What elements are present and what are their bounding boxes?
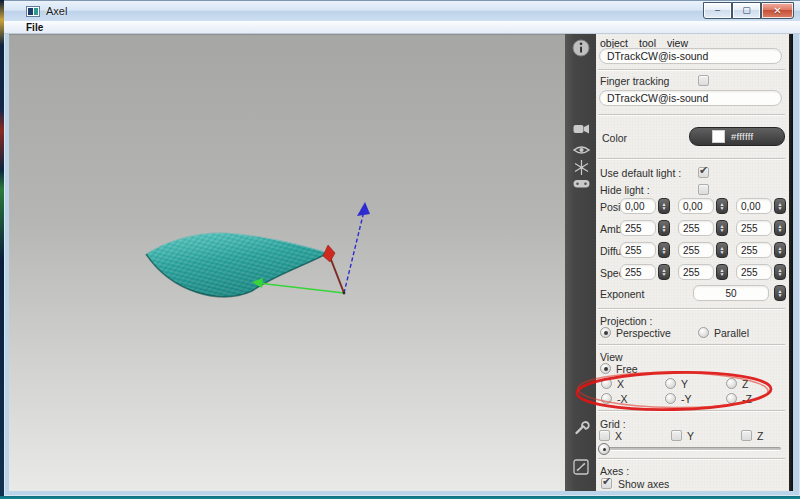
separator	[598, 114, 785, 116]
grid-size-slider-handle[interactable]	[598, 443, 610, 455]
diffuse-r-field[interactable]	[620, 242, 656, 258]
ambiant-b-spinner[interactable]: ▲▼	[774, 220, 786, 236]
projection-label: Projection :	[600, 315, 653, 327]
camera-icon[interactable]	[572, 120, 590, 138]
maximize-button[interactable]: ▢	[732, 2, 761, 19]
grid-size-slider[interactable]	[599, 447, 781, 451]
grid-y-label[interactable]: Y	[687, 430, 694, 442]
separator	[598, 158, 785, 160]
exponent-label: Exponent	[600, 288, 644, 300]
view-x-radio[interactable]	[601, 378, 612, 389]
position-z-field[interactable]	[736, 198, 772, 214]
view-neg-y-radio[interactable]	[665, 393, 676, 404]
side-toolbar	[565, 34, 596, 491]
grid-x-checkbox[interactable]	[599, 430, 610, 441]
ambiant-r-field[interactable]	[620, 220, 656, 236]
specular-b-field[interactable]	[736, 264, 772, 280]
exponent-field[interactable]	[693, 285, 769, 301]
specular-g-field[interactable]	[678, 264, 714, 280]
position-y-spinner[interactable]: ▲▼	[716, 198, 728, 214]
minimize-button[interactable]: –	[703, 2, 732, 19]
view-y-radio[interactable]	[665, 378, 676, 389]
position-z-spinner[interactable]: ▲▼	[774, 198, 786, 214]
projection-perspective-radio[interactable]	[600, 327, 611, 338]
check-icon: ✔	[699, 164, 708, 177]
grid-x-label[interactable]: X	[615, 430, 622, 442]
menu-file[interactable]: File	[26, 22, 43, 33]
separator	[598, 458, 785, 460]
gamepad-icon[interactable]	[572, 174, 590, 192]
ambiant-b-field[interactable]	[736, 220, 772, 236]
view-x-label[interactable]: X	[617, 378, 624, 390]
position-y-field[interactable]	[678, 198, 714, 214]
projection-parallel-label[interactable]: Parallel	[714, 327, 749, 339]
view-z-label[interactable]: Z	[742, 378, 748, 390]
titlebar[interactable]: Axel – ▢ ✕	[4, 1, 800, 21]
view-neg-y-label[interactable]: -Y	[681, 393, 692, 405]
color-button[interactable]: #ffffff	[689, 127, 785, 146]
grid-y-checkbox[interactable]	[671, 430, 682, 441]
diffuse-r-spinner[interactable]: ▲▼	[658, 242, 670, 258]
expand-icon[interactable]	[572, 458, 590, 476]
separator	[598, 344, 785, 346]
eye-icon[interactable]	[572, 141, 590, 159]
view-neg-z-label[interactable]: -Z	[742, 393, 752, 405]
panel-scrollbar[interactable]	[789, 34, 793, 491]
diffuse-b-spinner[interactable]: ▲▼	[774, 242, 786, 258]
exponent-spinner[interactable]: ▲▼	[774, 285, 786, 301]
position-x-field[interactable]	[620, 198, 656, 214]
diffuse-g-field[interactable]	[678, 242, 714, 258]
view-neg-x-label[interactable]: -X	[617, 393, 628, 405]
color-value: #ffffff	[731, 131, 753, 142]
close-icon: ✕	[773, 6, 781, 16]
finger-tracking-label: Finger tracking	[600, 75, 669, 87]
diffuse-b-field[interactable]	[736, 242, 772, 258]
view-free-label[interactable]: Free	[616, 363, 638, 375]
use-default-light-checkbox[interactable]: ✔	[698, 167, 709, 178]
use-default-light-label: Use default light :	[600, 167, 681, 179]
window-title: Axel	[46, 5, 67, 17]
show-axes-checkbox[interactable]: ✔	[601, 478, 612, 489]
color-swatch	[712, 130, 725, 143]
specular-r-spinner[interactable]: ▲▼	[658, 264, 670, 280]
specular-b-spinner[interactable]: ▲▼	[774, 264, 786, 280]
diffuse-g-spinner[interactable]: ▲▼	[716, 242, 728, 258]
view-z-radio[interactable]	[726, 378, 737, 389]
projection-perspective-label[interactable]: Perspective	[616, 327, 671, 339]
ambiant-g-field[interactable]	[678, 220, 714, 236]
close-button[interactable]: ✕	[761, 2, 794, 19]
specular-g-spinner[interactable]: ▲▼	[716, 264, 728, 280]
grid-label: Grid :	[600, 418, 626, 430]
view-label: View	[600, 351, 623, 363]
color-label: Color	[602, 132, 627, 144]
separator	[598, 410, 785, 412]
specular-r-field[interactable]	[620, 264, 656, 280]
view-neg-z-radio[interactable]	[726, 393, 737, 404]
hide-light-checkbox[interactable]	[698, 184, 709, 195]
tracker-source-field[interactable]	[599, 48, 782, 64]
ambiant-r-spinner[interactable]: ▲▼	[658, 220, 670, 236]
settings-panel: object tool view Finger tracking Color #…	[596, 34, 789, 491]
show-axes-label[interactable]: Show axes	[618, 478, 669, 490]
finger-source-field[interactable]	[599, 90, 782, 106]
view-free-radio[interactable]	[600, 363, 611, 374]
separator	[598, 69, 785, 71]
view-y-label[interactable]: Y	[681, 378, 688, 390]
3d-scene	[9, 35, 565, 492]
grid-z-label[interactable]: Z	[757, 430, 763, 442]
3d-viewport[interactable]	[9, 34, 565, 491]
ambiant-g-spinner[interactable]: ▲▼	[716, 220, 728, 236]
minimize-icon: –	[715, 6, 720, 15]
view-neg-x-radio[interactable]	[601, 393, 612, 404]
info-icon[interactable]	[572, 39, 590, 57]
app-window: Axel – ▢ ✕ File	[4, 0, 800, 496]
projection-parallel-radio[interactable]	[698, 327, 709, 338]
grid-z-checkbox[interactable]	[741, 430, 752, 441]
finger-tracking-checkbox[interactable]	[698, 75, 709, 86]
maximize-icon: ▢	[742, 6, 751, 15]
menubar: File	[4, 21, 800, 34]
separator	[598, 308, 785, 310]
wrench-icon[interactable]	[572, 418, 590, 436]
position-x-spinner[interactable]: ▲▼	[658, 198, 670, 214]
check-icon: ✔	[602, 475, 611, 488]
